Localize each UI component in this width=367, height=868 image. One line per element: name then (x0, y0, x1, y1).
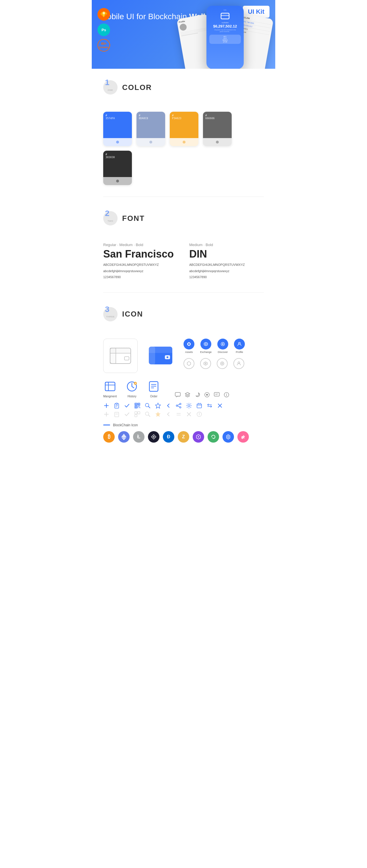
nav-icons-row2 (184, 358, 245, 369)
font-sf-block: Regular · Medium · Bold San Francisco AB… (103, 243, 178, 281)
nav-icon-discover: Discover (217, 339, 228, 353)
svg-rect-6 (124, 356, 129, 360)
icon-top-row: Assets Exchange (103, 339, 264, 373)
close-icon (217, 402, 223, 409)
svg-point-67 (188, 404, 190, 406)
small-icon-row-1 (103, 402, 264, 409)
arrows-icon (206, 402, 213, 409)
swatch-blue: #3574FA (103, 112, 132, 146)
hero-badges: Ps 60+Screens (97, 8, 110, 52)
swatch-gray: #666666 (203, 112, 232, 146)
color-section: 1 ONE COLOR (92, 69, 275, 109)
zcash-icon: Z (178, 431, 189, 443)
svg-marker-61 (156, 403, 161, 408)
circle-icon (204, 392, 210, 398)
medium-icons-row: Mangment History Order (103, 380, 264, 398)
font-content: Regular · Medium · Bold San Francisco AB… (92, 240, 275, 292)
svg-point-62 (180, 403, 181, 404)
info-icon (223, 392, 230, 398)
svg-rect-79 (135, 412, 137, 414)
svg-line-60 (148, 406, 150, 408)
clipboard-icon (114, 402, 120, 409)
svg-point-15 (167, 356, 168, 358)
svg-line-65 (177, 404, 179, 405)
swatch-gray-blue: #8DA0C8 (137, 112, 165, 146)
din-numbers: 1234567890 (189, 275, 264, 280)
font-number-badge: 2 TWO (103, 211, 117, 225)
blockchain-line (103, 425, 110, 425)
grid-icon (193, 431, 204, 443)
nav-icon-exchange: Exchange (200, 339, 211, 353)
nav-icon-discover-outline (217, 358, 228, 369)
star-filled-icon (155, 411, 161, 417)
font-section: 2 TWO FONT (92, 200, 275, 240)
icon-content: Assets Exchange (92, 336, 275, 454)
svg-point-41 (226, 393, 227, 394)
svg-rect-81 (135, 414, 137, 417)
crypto-icons-row: ₿ Ł Đ Z (103, 431, 264, 443)
sf-uppercase: ABCDEFGHIJKLMNOPQRSTUVWXYZ (103, 262, 178, 268)
chevron-left-icon (165, 402, 171, 409)
hero-phones: Profile 9:41 myWallet $6,297,502.12 Char… (175, 6, 275, 69)
layers-icon (185, 392, 191, 398)
color-swatches: #3574FA #8DA0C8 #F5A623 #666666 #303030 (92, 109, 275, 196)
gear-icon (186, 402, 192, 409)
nav-icon-assets-outline (184, 358, 194, 369)
phone-mockup-2: 9:41 myWallet $6,297,502.12 Character ma… (206, 6, 244, 69)
sketch-badge (97, 8, 110, 21)
svg-rect-36 (214, 393, 219, 396)
font-grid: Regular · Medium · Bold San Francisco AB… (103, 243, 264, 281)
steem-icon (207, 431, 219, 443)
svg-point-18 (222, 343, 224, 345)
moon-icon (194, 392, 200, 398)
color-section-header: 1 ONE COLOR (103, 80, 264, 95)
svg-marker-84 (156, 412, 161, 417)
svg-point-64 (180, 406, 181, 408)
svg-rect-80 (138, 412, 140, 414)
nav-icon-exchange-outline (200, 358, 211, 369)
icon-title: ICON (122, 310, 143, 318)
blockchain-label-row: BlockChain Icon (103, 423, 264, 427)
blockchain-label: BlockChain Icon (113, 423, 138, 427)
font-section-header: 2 TWO FONT (103, 211, 264, 225)
font-din-block: Medium · Bold DIN ABCDEFGHIJKLMNOPQRSTUV… (189, 243, 264, 281)
font-title: FONT (122, 214, 145, 223)
color-number-badge: 1 ONE (103, 80, 117, 95)
svg-line-66 (177, 406, 179, 407)
svg-rect-48 (116, 403, 117, 404)
chat2-icon (214, 392, 220, 398)
sf-lowercase: abcdefghijklmnopqrstuvwxyz (103, 269, 178, 274)
history-icon: History (125, 380, 139, 398)
ps-badge: Ps (97, 24, 110, 36)
small-icon-row-2-gray (103, 411, 264, 417)
divider-1 (103, 196, 264, 197)
nav-icon-assets: Assets (184, 339, 194, 353)
dash-icon: Đ (163, 431, 174, 443)
svg-point-63 (176, 405, 178, 406)
augur-icon (148, 431, 160, 443)
icon-section: 3 THREE ICON (92, 296, 275, 336)
swatch-dark: #303030 (103, 151, 132, 185)
ethereum-icon (118, 431, 130, 443)
svg-point-22 (238, 362, 240, 364)
color-title: COLOR (122, 83, 152, 92)
plus-icon (103, 402, 110, 409)
svg-rect-52 (135, 404, 137, 405)
nav-icon-profile-outline (233, 358, 244, 369)
svg-rect-68 (197, 404, 202, 408)
search-icon (144, 402, 151, 409)
wallet-wireframe-icon (103, 339, 138, 373)
svg-rect-13 (149, 347, 172, 353)
sf-name: San Francisco (103, 248, 178, 260)
din-uppercase: ABCDEFGHIJKLMNOPQRSTUVWXYZ (189, 262, 264, 268)
din-style: Medium · Bold (189, 243, 264, 247)
check-icon (124, 402, 130, 409)
hero-section: Mobile UI for Blockchain Wallet UI Kit P… (92, 0, 275, 69)
nav-icon-profile: Profile (234, 339, 245, 353)
svg-point-21 (222, 363, 223, 364)
svg-rect-33 (175, 393, 180, 396)
din-name: DIN (189, 248, 264, 260)
box-icon (196, 402, 202, 409)
svg-rect-1 (221, 15, 229, 16)
order-icon: Order (147, 380, 160, 398)
